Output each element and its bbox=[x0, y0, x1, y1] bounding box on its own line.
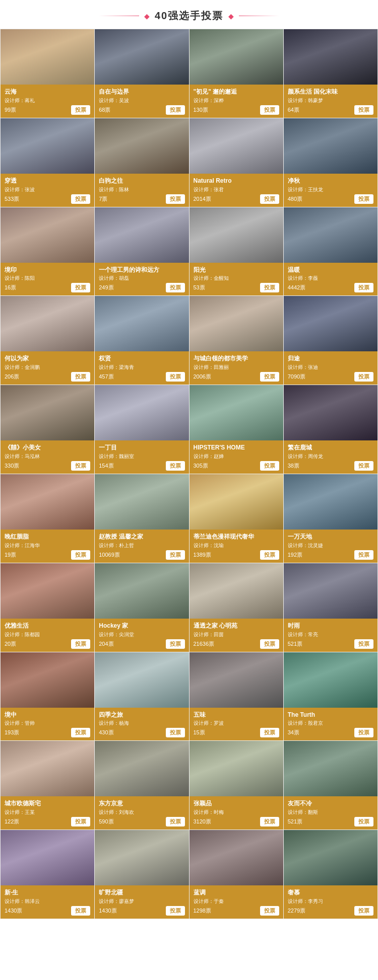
vote-button[interactable]: 投票 bbox=[71, 906, 90, 916]
card-designer: 设计师：李薇 bbox=[288, 275, 373, 282]
card-item: 穿透 设计师：张波 533票 投票 bbox=[1, 118, 95, 207]
card-title: 《囍》小美女 bbox=[5, 443, 90, 452]
vote-button[interactable]: 投票 bbox=[260, 194, 279, 204]
card-title: 权贤 bbox=[99, 354, 184, 363]
card-info: 白驹之往 设计师：陈林 7票 投票 bbox=[95, 174, 188, 207]
card-item: Hockey 家 设计师：尖润堂 204票 投票 bbox=[95, 563, 189, 652]
card-image-10 bbox=[95, 207, 188, 263]
card-designer: 设计师：沈灵婕 bbox=[288, 542, 373, 549]
vote-button[interactable]: 投票 bbox=[71, 461, 90, 471]
card-votes: 99票 bbox=[5, 106, 16, 114]
card-image-25 bbox=[1, 563, 94, 619]
card-votes-row: 193票 投票 bbox=[5, 728, 90, 737]
vote-button[interactable]: 投票 bbox=[71, 372, 90, 382]
vote-button[interactable]: 投票 bbox=[260, 550, 279, 560]
vote-button[interactable]: 投票 bbox=[260, 105, 279, 115]
vote-button[interactable]: 投票 bbox=[71, 639, 90, 649]
card-votes: 15票 bbox=[194, 729, 205, 736]
vote-button[interactable]: 投票 bbox=[71, 194, 90, 204]
card-info: 《囍》小美女 设计师：马泓林 330票 投票 bbox=[1, 440, 94, 474]
card-image-14 bbox=[95, 296, 188, 351]
card-item: 一万天地 设计师：沈灵婕 192票 投票 bbox=[284, 474, 378, 563]
vote-button[interactable]: 投票 bbox=[166, 817, 185, 826]
card-image-9 bbox=[1, 207, 94, 263]
card-votes-row: 21636票 投票 bbox=[194, 639, 279, 649]
vote-button[interactable]: 投票 bbox=[71, 728, 90, 737]
card-votes-row: 34票 投票 bbox=[288, 728, 373, 737]
card-votes: 330票 bbox=[5, 462, 19, 470]
card-item: Natural Retro 设计师：张君 2014票 投票 bbox=[190, 118, 284, 207]
card-votes: 10069票 bbox=[99, 551, 120, 559]
vote-button[interactable]: 投票 bbox=[71, 817, 90, 826]
vote-button[interactable]: 投票 bbox=[166, 372, 185, 382]
vote-button[interactable]: 投票 bbox=[260, 728, 279, 737]
card-info: 自在与边界 设计师：吴波 68票 投票 bbox=[95, 85, 188, 118]
card-image-35 bbox=[190, 741, 283, 796]
vote-button[interactable]: 投票 bbox=[354, 550, 373, 560]
card-image-18 bbox=[95, 385, 188, 440]
card-votes: 38票 bbox=[288, 462, 299, 470]
card-title: 温暖 bbox=[288, 266, 373, 274]
card-votes: 1298票 bbox=[194, 907, 211, 915]
vote-button[interactable]: 投票 bbox=[260, 817, 279, 826]
vote-button[interactable]: 投票 bbox=[260, 639, 279, 649]
vote-button[interactable]: 投票 bbox=[166, 283, 185, 292]
vote-button[interactable]: 投票 bbox=[354, 194, 373, 204]
vote-button[interactable]: 投票 bbox=[260, 283, 279, 292]
card-item: 何以为家 设计师：金润鹏 206票 投票 bbox=[1, 296, 95, 385]
vote-button[interactable]: 投票 bbox=[354, 817, 373, 826]
card-title: 穿透 bbox=[5, 177, 90, 185]
card-item: The Turth 设计师：殷君京 34票 投票 bbox=[284, 652, 378, 741]
vote-button[interactable]: 投票 bbox=[166, 194, 185, 204]
vote-button[interactable]: 投票 bbox=[71, 550, 90, 560]
card-votes-row: 20票 投票 bbox=[5, 639, 90, 649]
card-designer: 设计师：马泓林 bbox=[5, 453, 90, 460]
card-designer: 设计师：朴上哲 bbox=[99, 542, 184, 549]
card-votes-row: 204票 投票 bbox=[99, 639, 184, 649]
card-item: 一丁目 设计师：魏丽室 154票 投票 bbox=[95, 385, 189, 474]
card-votes-row: 590票 投票 bbox=[99, 817, 184, 826]
card-item: 境印 设计师：陈阳 16票 投票 bbox=[1, 207, 95, 296]
card-image-33 bbox=[1, 741, 94, 796]
card-image-21 bbox=[1, 474, 94, 530]
vote-button[interactable]: 投票 bbox=[166, 550, 185, 560]
vote-button[interactable]: 投票 bbox=[71, 283, 90, 292]
vote-button[interactable]: 投票 bbox=[166, 728, 185, 737]
vote-button[interactable]: 投票 bbox=[71, 105, 90, 115]
vote-button[interactable]: 投票 bbox=[166, 639, 185, 649]
card-info: Hockey 家 设计师：尖润堂 204票 投票 bbox=[95, 619, 188, 652]
card-item: 优雅生活 设计师：陈都园 20票 投票 bbox=[1, 563, 95, 652]
card-title: 五味 bbox=[194, 711, 279, 719]
vote-button[interactable]: 投票 bbox=[166, 105, 185, 115]
card-image-23 bbox=[190, 474, 283, 530]
vote-button[interactable]: 投票 bbox=[354, 461, 373, 471]
card-image-31 bbox=[190, 652, 283, 708]
vote-button[interactable]: 投票 bbox=[166, 461, 185, 471]
vote-button[interactable]: 投票 bbox=[354, 105, 373, 115]
card-designer: 设计师：尖润堂 bbox=[99, 631, 184, 638]
card-votes: 480票 bbox=[288, 195, 302, 203]
vote-button[interactable]: 投票 bbox=[260, 906, 279, 916]
vote-button[interactable]: 投票 bbox=[354, 283, 373, 292]
card-title: 蓝调 bbox=[194, 888, 279, 897]
card-item: 净秋 设计师：王扶龙 480票 投票 bbox=[284, 118, 378, 207]
vote-button[interactable]: 投票 bbox=[354, 906, 373, 916]
vote-button[interactable]: 投票 bbox=[354, 728, 373, 737]
card-info: 张颖品 设计师：时梅 3120票 投票 bbox=[190, 796, 283, 830]
card-votes-row: 10069票 投票 bbox=[99, 550, 184, 560]
card-votes: 206票 bbox=[5, 373, 19, 381]
card-image-24 bbox=[284, 474, 377, 530]
card-votes-row: 15票 投票 bbox=[194, 728, 279, 737]
vote-button[interactable]: 投票 bbox=[354, 639, 373, 649]
card-item: 友而不冷 设计师：翻斯 521票 投票 bbox=[284, 741, 378, 830]
card-votes: 249票 bbox=[99, 284, 113, 291]
vote-button[interactable]: 投票 bbox=[354, 372, 373, 382]
vote-button[interactable]: 投票 bbox=[260, 372, 279, 382]
vote-button[interactable]: 投票 bbox=[166, 906, 185, 916]
card-votes: 20票 bbox=[5, 640, 16, 648]
vote-button[interactable]: 投票 bbox=[260, 461, 279, 471]
card-info: 赵教授 温馨之家 设计师：朴上哲 10069票 投票 bbox=[95, 530, 188, 563]
card-item: 云海 设计师：蒋礼 99票 投票 bbox=[1, 29, 95, 118]
card-info: 颜系生活 国化末味 设计师：韩豪梦 64票 投票 bbox=[284, 85, 377, 118]
card-info: 一丁目 设计师：魏丽室 154票 投票 bbox=[95, 440, 188, 474]
